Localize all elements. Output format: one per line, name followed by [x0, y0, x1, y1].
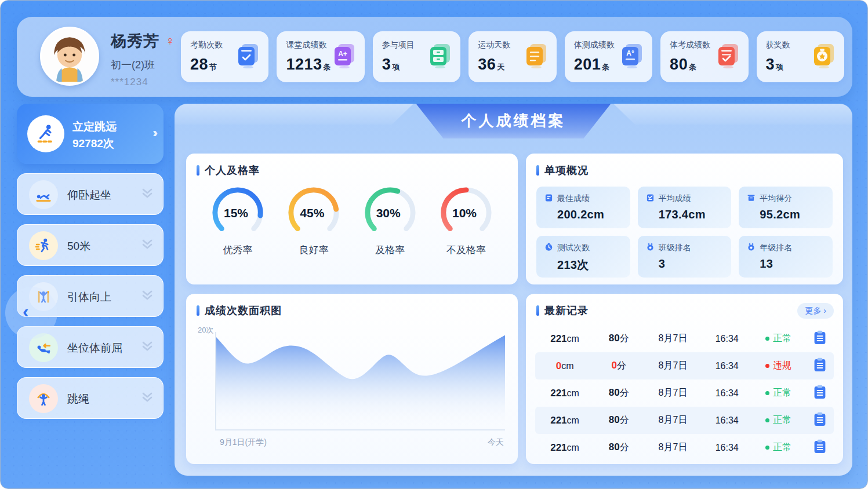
record-detail-icon[interactable] — [813, 330, 826, 345]
stat-value: 1213 — [286, 56, 322, 73]
sidebar-item[interactable]: 50米 — [17, 224, 164, 266]
record-date: 8月7日 — [643, 441, 702, 454]
gauges-row: 15% 优秀率 45% 良好率 30% 及格率 10 — [186, 181, 518, 257]
status-label: 正常 — [773, 387, 791, 399]
stat-card: 课堂成绩数 1213条 A+ — [277, 31, 364, 82]
test-doc-icon: A° — [619, 42, 645, 68]
chevron-down-double-icon — [141, 187, 154, 203]
avatar — [40, 27, 99, 86]
record-time: 16:34 — [703, 334, 751, 344]
chevron-right-double-icon: ›› — [152, 126, 154, 141]
cabinet-icon — [427, 42, 453, 68]
medal-bag-icon — [811, 42, 837, 68]
status-label: 正常 — [773, 414, 791, 426]
record-distance: 221cm — [535, 442, 594, 454]
header-card: 杨秀芳♀ 初一(2)班 ***1234 考勤次数 28节 课堂成绩数 1213条… — [17, 17, 852, 97]
distance-unit: cm — [567, 443, 579, 452]
stat-card: 体考成绩数 80条 — [660, 31, 748, 82]
tile-value: 200.2cm — [557, 208, 622, 221]
banner-wing-right — [613, 104, 852, 125]
record-date: 8月7日 — [643, 360, 702, 372]
tile-header: 测试次数 — [544, 243, 622, 253]
calendar-check-icon — [235, 42, 262, 68]
svg-text:A°: A° — [626, 49, 634, 57]
sidebar-item[interactable]: 跳绳 — [17, 377, 164, 419]
sidebar-item-label: 跳绳 — [67, 392, 89, 407]
sidebar-item[interactable]: 仰卧起坐 — [17, 173, 164, 215]
record-detail-icon[interactable] — [813, 385, 826, 399]
stat-value: 3 — [382, 56, 391, 73]
stat-value: 36 — [478, 56, 496, 73]
title-accent-bar — [536, 305, 539, 316]
table-row: 221cm 80分 8月7日 16:34 正常 — [535, 407, 834, 434]
page-title: 个人成绩档案 — [462, 112, 566, 129]
stat-card: 运动天数 36天 — [468, 31, 556, 82]
status-badge: 正常 — [751, 414, 805, 426]
selected-activity-count: 92782次 — [72, 135, 117, 152]
record-actions — [805, 412, 834, 429]
distance-unit: cm — [561, 361, 573, 371]
records-title: 最新记录 — [544, 304, 589, 318]
medal-icon — [646, 243, 655, 253]
page-title-banner: 个人成绩档案 — [416, 104, 611, 138]
clock-icon — [544, 243, 553, 253]
overview-panel: 单项概况 最佳成绩 200.2cm 平均成绩 173.4cm 平均得分 95.2… — [526, 154, 843, 284]
overview-tile: 平均得分 95.2cm — [739, 187, 833, 228]
stat-value: 28 — [190, 56, 208, 73]
chevron-down-double-icon — [141, 391, 154, 407]
record-detail-icon[interactable] — [813, 412, 826, 426]
chevron-down-double-icon — [141, 289, 154, 305]
record-time: 16:34 — [703, 443, 751, 453]
status-dot-icon — [765, 446, 769, 450]
title-accent-bar — [197, 305, 199, 316]
status-dot-icon — [765, 391, 769, 395]
banner-wing-left — [175, 104, 413, 125]
pass-rate-panel: 个人及格率 15% 优秀率 45% 良好率 — [186, 154, 518, 284]
record-date: 8月7日 — [643, 333, 702, 345]
record-actions — [805, 357, 834, 374]
status-label: 违规 — [773, 360, 791, 372]
grade-doc-icon: A+ — [331, 42, 358, 68]
stat-card: 考勤次数 28节 — [181, 31, 268, 82]
gauge: 30% 及格率 — [356, 185, 424, 257]
student-id: ***1234 — [111, 76, 175, 88]
status-badge: 正常 — [751, 333, 805, 345]
gauge: 10% 不及格率 — [432, 185, 500, 257]
status-badge: 正常 — [751, 387, 805, 399]
y-axis-top-label: 20次 — [198, 325, 213, 335]
sidebar-item-long-jump-selected[interactable]: 立定跳远 92782次 ›› — [17, 104, 164, 164]
stat-card: 获奖数 3项 — [757, 31, 844, 82]
stat-unit: 天 — [497, 63, 504, 71]
tile-label: 年级排名 — [760, 243, 792, 253]
status-dot-icon — [765, 337, 769, 341]
sidebar-item-label: 仰卧起坐 — [67, 188, 111, 203]
gauge-label: 不及格率 — [432, 243, 500, 257]
score-unit: 分 — [620, 333, 629, 343]
panel-header: 成绩次数面积图 — [186, 294, 518, 321]
exam-calendar-icon — [715, 42, 742, 68]
tile-value: 213次 — [557, 257, 622, 273]
table-row: 221cm 80分 8月7日 16:34 正常 — [535, 434, 834, 461]
title-accent-bar — [536, 165, 539, 176]
dashboard-page: 杨秀芳♀ 初一(2)班 ***1234 考勤次数 28节 课堂成绩数 1213条… — [0, 0, 868, 489]
sidebar-collapse-button[interactable]: ‹ — [5, 287, 57, 339]
record-score: 80分 — [594, 333, 643, 345]
status-badge: 违规 — [751, 360, 805, 372]
overview-tile: 年级排名 13 — [739, 236, 833, 278]
gauge: 45% 良好率 — [279, 185, 348, 257]
rope-jump-icon — [29, 384, 58, 413]
record-detail-icon[interactable] — [813, 439, 826, 454]
record-detail-icon[interactable] — [813, 357, 826, 372]
main-panel: 个人成绩档案 个人及格率 15% 优秀率 45% 良好率 — [175, 104, 852, 476]
record-distance: 0cm — [535, 360, 594, 372]
selected-activity-label: 立定跳远 — [72, 118, 117, 135]
chevron-down-double-icon — [141, 340, 154, 356]
more-link[interactable]: 更多 › — [797, 303, 834, 319]
gauge: 15% 优秀率 — [204, 185, 272, 257]
status-dot-icon — [765, 364, 769, 368]
score-unit: 分 — [620, 388, 629, 397]
distance-unit: cm — [567, 415, 579, 425]
overview-tile: 最佳成绩 200.2cm — [536, 187, 630, 228]
gauge-label: 良好率 — [279, 243, 348, 257]
record-score: 0分 — [594, 360, 643, 372]
